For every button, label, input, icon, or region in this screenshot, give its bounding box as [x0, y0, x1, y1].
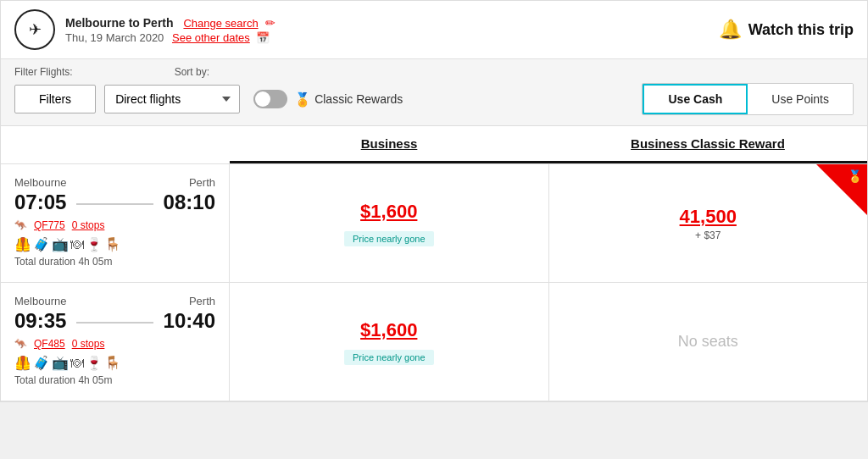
payment-toggle: Use Cash Use Points: [642, 83, 854, 115]
times-1: 07:05 08:10: [14, 191, 215, 214]
airports-2: Melbourne Perth: [14, 295, 215, 307]
classic-rewards-toggle[interactable]: [253, 90, 287, 108]
route-title: Melbourne to Perth Change search ✏: [65, 16, 275, 30]
classic-rewards-text: Classic Rewards: [314, 92, 403, 106]
flight-row-2: Melbourne Perth 09:35 10:40 🦘 QF485 0 st…: [1, 283, 867, 401]
plane-icon: ✈: [29, 20, 42, 39]
price-cell-classic-2: No seats: [549, 283, 868, 401]
airline-logo: ✈: [14, 9, 55, 50]
price-amount-2[interactable]: $1,600: [360, 319, 417, 341]
times-2: 09:35 10:40: [14, 309, 215, 333]
header-left: ✈ Melbourne to Perth Change search ✏ Thu…: [14, 9, 275, 50]
sort-select[interactable]: Direct flights Cheapest Fastest Earliest: [104, 85, 240, 113]
arrive-time-1: 08:10: [164, 191, 215, 214]
flight-meta-2: 🦘 QF485 0 stops: [14, 338, 215, 350]
flight-meta-1: 🦘 QF775 0 stops: [14, 219, 215, 231]
depart-time-1: 07:05: [14, 191, 66, 214]
destination-2: Perth: [189, 295, 215, 307]
change-search-link[interactable]: Change search: [183, 17, 258, 30]
business-label: Business: [361, 136, 418, 151]
column-headers: Business Business Classic Reward: [1, 126, 867, 164]
reward-corner-icon-1: 🏅: [848, 169, 862, 183]
date-line: Thu, 19 March 2020 See other dates 📅: [65, 31, 275, 44]
price-cell-business-2[interactable]: $1,600 Price nearly gone: [230, 283, 549, 401]
page-header: ✈ Melbourne to Perth Change search ✏ Thu…: [1, 1, 867, 59]
flight-info-1: Melbourne Perth 07:05 08:10 🦘 QF775 0 st…: [1, 164, 230, 282]
no-seats-2: No seats: [678, 333, 738, 351]
classic-rewards-toggle-area: 🏅 Classic Rewards: [253, 90, 403, 108]
filter-bar: Filter Flights: Sort by: Filters Direct …: [1, 59, 867, 126]
watch-trip-button[interactable]: 🔔 Watch this trip: [719, 19, 854, 41]
flight-date: Thu, 19 March 2020: [65, 31, 164, 44]
flight-info-2: Melbourne Perth 09:35 10:40 🦘 QF485 0 st…: [1, 283, 230, 401]
price-tag-1: Price nearly gone: [344, 231, 434, 246]
col-business-header: Business: [230, 126, 548, 163]
watch-trip-label: Watch this trip: [748, 21, 854, 39]
edit-icon: ✏: [265, 16, 275, 30]
reward-corner-1: 🏅: [816, 164, 867, 215]
reward-person-icon: 🏅: [294, 91, 311, 108]
qantas-icon-1: 🦘: [14, 219, 27, 231]
col-flight-info-header: [1, 126, 230, 163]
filter-flights-label: Filter Flights:: [14, 66, 73, 78]
amenities-1: 🦺🧳📺🍽🍷🪑: [14, 236, 215, 252]
toggle-knob: [255, 91, 270, 107]
sort-by-label: Sort by:: [175, 66, 209, 78]
calendar-icon: 📅: [256, 31, 270, 44]
route-info: Melbourne to Perth Change search ✏ Thu, …: [65, 16, 275, 44]
stops-1[interactable]: 0 stops: [72, 219, 105, 231]
filter-labels: Filter Flights: Sort by:: [14, 66, 854, 78]
flight-num-1[interactable]: QF775: [34, 219, 65, 231]
filters-button[interactable]: Filters: [14, 85, 96, 113]
classic-sub-1: + $37: [695, 230, 721, 241]
origin-1: Melbourne: [14, 176, 66, 189]
arrive-time-2: 10:40: [164, 309, 215, 333]
col-business-classic-header: Business Classic Reward: [548, 126, 867, 163]
route-line-2: [76, 322, 153, 324]
qantas-icon-2: 🦘: [14, 338, 27, 350]
use-points-button[interactable]: Use Points: [748, 84, 853, 114]
route-text: Melbourne to Perth: [65, 16, 174, 30]
filter-controls: Filters Direct flights Cheapest Fastest …: [14, 83, 854, 115]
amenities-2: 🦺🧳📺🍽🍷🪑: [14, 355, 215, 371]
origin-2: Melbourne: [14, 295, 66, 307]
see-other-dates-link[interactable]: See other dates: [172, 31, 250, 44]
airports-1: Melbourne Perth: [14, 176, 215, 189]
use-cash-button[interactable]: Use Cash: [643, 84, 748, 114]
business-classic-label: Business Classic Reward: [631, 136, 785, 151]
destination-1: Perth: [189, 176, 215, 189]
flight-row: Melbourne Perth 07:05 08:10 🦘 QF775 0 st…: [1, 164, 867, 283]
price-tag-2: Price nearly gone: [344, 350, 434, 365]
duration-1: Total duration 4h 05m: [14, 256, 215, 268]
price-amount-1[interactable]: $1,600: [360, 201, 417, 223]
bell-icon: 🔔: [719, 19, 742, 41]
classic-points-1[interactable]: 41,500: [680, 206, 737, 228]
duration-2: Total duration 4h 05m: [14, 374, 215, 386]
price-cell-business-1[interactable]: $1,600 Price nearly gone: [230, 164, 549, 282]
route-line-1: [76, 203, 153, 205]
price-cell-classic-1[interactable]: 🏅 41,500 + $37: [549, 164, 868, 282]
stops-2[interactable]: 0 stops: [72, 338, 105, 350]
flight-num-2[interactable]: QF485: [34, 338, 65, 350]
classic-rewards-label: 🏅 Classic Rewards: [294, 91, 403, 108]
depart-time-2: 09:35: [14, 309, 66, 333]
